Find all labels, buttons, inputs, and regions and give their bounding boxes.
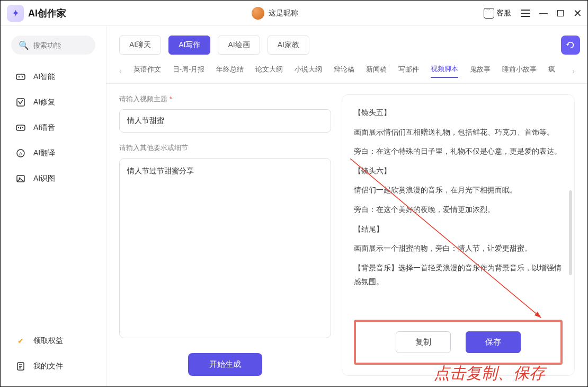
sidebar-item-label: AI翻译 [33,148,55,158]
user-nickname: 这是昵称 [269,8,298,18]
app-logo-icon: ✦ [7,5,24,22]
kefu-label: 客服 [496,8,511,18]
sidebar-item-ai-repair[interactable]: AI修复 [1,90,106,115]
subtab-report[interactable]: 日-周-月报 [173,65,205,77]
sidebar-item-label: 领取权益 [33,336,63,346]
search-box[interactable]: 🔍 [11,36,95,55]
sidebar-item-ai-translate[interactable]: A AI翻译 [1,140,106,166]
sidebar-item-ai-smart[interactable]: AI智能 [1,64,106,90]
subtab-next[interactable]: › [572,67,575,75]
body: 🔍 AI智能 AI修复 AI语音 A AI翻译 AI识图 [1,26,587,386]
sidebar-item-ai-voice[interactable]: AI语音 [1,115,106,140]
app-title: AI创作家 [28,7,66,20]
actions-highlight: 复制 保存 [354,320,563,365]
image-icon [15,173,26,184]
output-text: 【镜头五】 画面展示情侣们互相赠送礼物，包括鲜花、巧克力、首饰等。 旁白：在这个… [354,105,563,315]
sidebar-item-label: AI识图 [33,174,55,183]
svg-point-1 [19,76,20,77]
benefits-icon: ✔ [15,336,26,346]
tab-ai-draw[interactable]: AI绘画 [218,36,260,55]
output-scrollbar[interactable] [569,190,572,275]
output-line: 【结尾】 [354,222,563,236]
tab-ai-chat[interactable]: AI聊天 [119,36,161,55]
output-line: 画面展示情侣们互相赠送礼物，包括鲜花、巧克力、首饰等。 [354,125,563,139]
history-button[interactable] [561,36,580,55]
customer-service-button[interactable]: 客服 [484,8,511,19]
sidebar-item-label: AI语音 [33,123,55,133]
svg-rect-5 [18,127,19,128]
svg-rect-0 [16,74,25,80]
sidebar-item-benefits[interactable]: ✔ 领取权益 [1,328,106,354]
top-tabs: AI聊天 AI写作 AI绘画 AI家教 [106,26,587,55]
output-line: 【背景音乐】选择一首轻柔浪漫的音乐作为背景音乐，以增强情感氛围。 [354,261,563,289]
subtab-summary[interactable]: 年终总结 [216,65,244,77]
output-line: 【镜头五】 [354,105,563,120]
input-panel: 请输入视频主题 * 情人节甜蜜 请输入其他要求或细节 情人节过节甜蜜分享 开始生… [119,94,331,376]
svg-rect-6 [20,127,21,129]
topic-input[interactable]: 情人节甜蜜 [119,109,331,133]
titlebar: ✦ AI创作家 这是昵称 客服 — ✕ [1,1,587,26]
content: 请输入视频主题 * 情人节甜蜜 请输入其他要求或细节 情人节过节甜蜜分享 开始生… [106,84,587,386]
subtab-thesis[interactable]: 论文大纲 [255,65,283,77]
svg-point-2 [22,76,23,77]
subtab-more[interactable]: 疯 [548,65,555,77]
subtab-email[interactable]: 写邮件 [398,65,419,77]
annotation-text: 点击复制、保存 [434,363,545,384]
menu-icon[interactable] [521,10,530,17]
output-line: 画面展示一个甜蜜的吻，旁白：情人节，让爱更甜蜜。 [354,241,563,256]
close-button[interactable]: ✕ [574,10,581,17]
output-line: 旁白：在这个美好的夜晚，爱情更加浓烈。 [354,203,563,217]
copy-button[interactable]: 复制 [396,331,451,353]
detail-label: 请输入其他要求或细节 [119,143,331,153]
titlebar-right: 客服 — ✕ [484,8,581,19]
sidebar: 🔍 AI智能 AI修复 AI语音 A AI翻译 AI识图 [1,26,106,386]
subtab-video-script[interactable]: 视频脚本 [431,64,458,78]
user-avatar[interactable] [252,7,264,20]
maximize-button[interactable] [557,10,564,17]
sidebar-item-label: AI修复 [33,98,55,107]
generate-button[interactable]: 开始生成 [188,353,262,376]
detail-textarea[interactable]: 情人节过节甜蜜分享 [119,158,331,338]
file-icon [15,361,26,372]
output-line: 旁白：在这个特殊的日子里，礼物不仅是心意，更是爱的表达。 [354,144,563,159]
repair-icon [15,97,26,108]
subtab-bedtime[interactable]: 睡前小故事 [502,65,537,77]
history-icon [566,40,575,50]
ai-icon [15,72,26,82]
save-button[interactable]: 保存 [466,331,521,353]
sidebar-item-files[interactable]: 我的文件 [1,354,106,379]
search-input[interactable] [33,41,88,49]
output-panel: 【镜头五】 画面展示情侣们互相赠送礼物，包括鲜花、巧克力、首饰等。 旁白：在这个… [342,94,575,376]
output-line: 【镜头六】 [354,164,563,178]
sidebar-item-label: 我的文件 [33,362,63,371]
subtab-novel[interactable]: 小说大纲 [295,65,322,77]
translate-icon: A [15,148,26,159]
tab-ai-tutor[interactable]: AI家教 [268,36,309,55]
search-icon: 🔍 [19,40,29,50]
subtab-debate[interactable]: 辩论稿 [334,65,354,77]
subtabs: ‹ 英语作文 日-周-月报 年终总结 论文大纲 小说大纲 辩论稿 新闻稿 写邮件… [106,55,587,84]
minimize-button[interactable]: — [540,10,547,17]
sidebar-item-label: AI智能 [33,72,55,82]
chat-icon [484,8,494,19]
subtab-prev[interactable]: ‹ [119,67,122,75]
output-line: 情侣们一起欣赏浪漫的音乐，在月光下相拥而眠。 [354,183,563,197]
subtab-news[interactable]: 新闻稿 [366,65,387,77]
sidebar-item-ai-image[interactable]: AI识图 [1,166,106,191]
voice-icon [15,122,26,133]
subtab-ghost[interactable]: 鬼故事 [470,65,491,77]
subtab-english[interactable]: 英语作文 [133,65,161,77]
tab-ai-write[interactable]: AI写作 [168,36,210,55]
svg-rect-3 [17,99,24,106]
svg-text:A: A [19,151,22,156]
topic-label: 请输入视频主题 * [119,94,331,104]
svg-rect-7 [22,127,23,128]
app-window: ✦ AI创作家 这是昵称 客服 — ✕ 🔍 AI智能 [0,0,588,387]
titlebar-center: 这是昵称 [66,7,484,20]
main: AI聊天 AI写作 AI绘画 AI家教 ‹ 英语作文 日-周-月报 年终总结 论… [106,26,587,386]
